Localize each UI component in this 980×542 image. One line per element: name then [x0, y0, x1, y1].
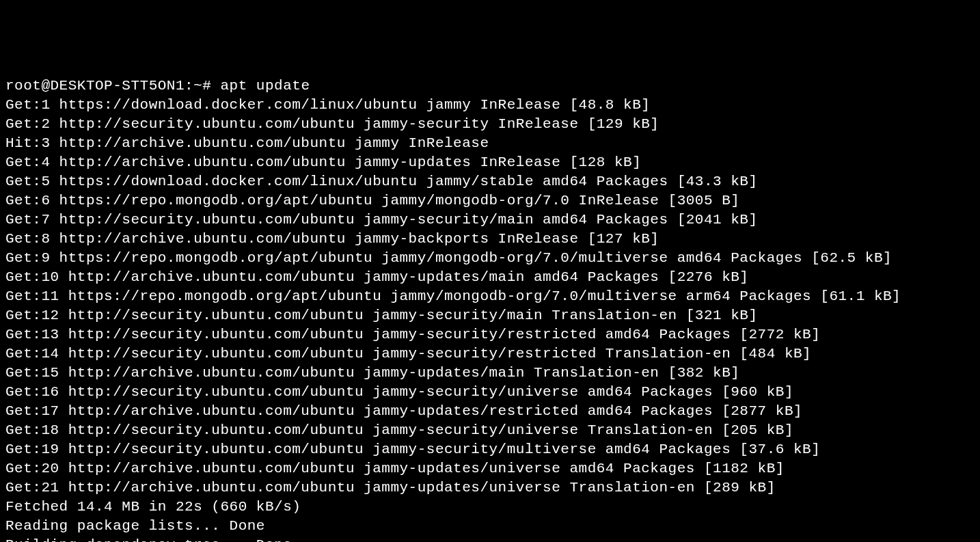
terminal-output[interactable]: root@DESKTOP-STT5ON1:~# apt updateGet:1 …: [5, 77, 975, 542]
terminal-line: Reading package lists... Done: [5, 517, 975, 536]
terminal-line: Get:19 http://security.ubuntu.com/ubuntu…: [5, 440, 975, 459]
terminal-line: Get:15 http://archive.ubuntu.com/ubuntu …: [5, 364, 975, 383]
shell-command: apt update: [211, 78, 310, 94]
terminal-line: Get:4 http://archive.ubuntu.com/ubuntu j…: [5, 153, 975, 172]
terminal-line: Get:13 http://security.ubuntu.com/ubuntu…: [5, 325, 975, 344]
terminal-line: root@DESKTOP-STT5ON1:~# apt update: [5, 77, 975, 96]
terminal-line: Get:6 https://repo.mongodb.org/apt/ubunt…: [5, 191, 975, 211]
terminal-line: Get:16 http://security.ubuntu.com/ubuntu…: [5, 383, 975, 402]
terminal-line: Get:17 http://archive.ubuntu.com/ubuntu …: [5, 402, 975, 421]
terminal-line: Get:12 http://security.ubuntu.com/ubuntu…: [5, 306, 975, 325]
terminal-line: Get:2 http://security.ubuntu.com/ubuntu …: [5, 115, 975, 134]
terminal-line: Fetched 14.4 MB in 22s (660 kB/s): [5, 498, 975, 517]
terminal-line: Get:8 http://archive.ubuntu.com/ubuntu j…: [5, 230, 975, 249]
terminal-line: Get:14 http://security.ubuntu.com/ubuntu…: [5, 344, 975, 364]
terminal-line: Get:11 https://repo.mongodb.org/apt/ubun…: [5, 287, 975, 306]
terminal-line: Hit:3 http://archive.ubuntu.com/ubuntu j…: [5, 134, 975, 153]
shell-prompt: root@DESKTOP-STT5ON1:~#: [5, 78, 211, 94]
terminal-line: Get:7 http://security.ubuntu.com/ubuntu …: [5, 211, 975, 230]
terminal-line: Get:21 http://archive.ubuntu.com/ubuntu …: [5, 478, 975, 498]
terminal-line: Get:1 https://download.docker.com/linux/…: [5, 96, 975, 115]
terminal-line: Get:5 https://download.docker.com/linux/…: [5, 172, 975, 191]
terminal-line: Building dependency tree... Done: [5, 536, 975, 542]
terminal-line: Get:20 http://archive.ubuntu.com/ubuntu …: [5, 459, 975, 478]
terminal-line: Get:18 http://security.ubuntu.com/ubuntu…: [5, 421, 975, 440]
terminal-line: Get:10 http://archive.ubuntu.com/ubuntu …: [5, 268, 975, 287]
terminal-line: Get:9 https://repo.mongodb.org/apt/ubunt…: [5, 249, 975, 268]
